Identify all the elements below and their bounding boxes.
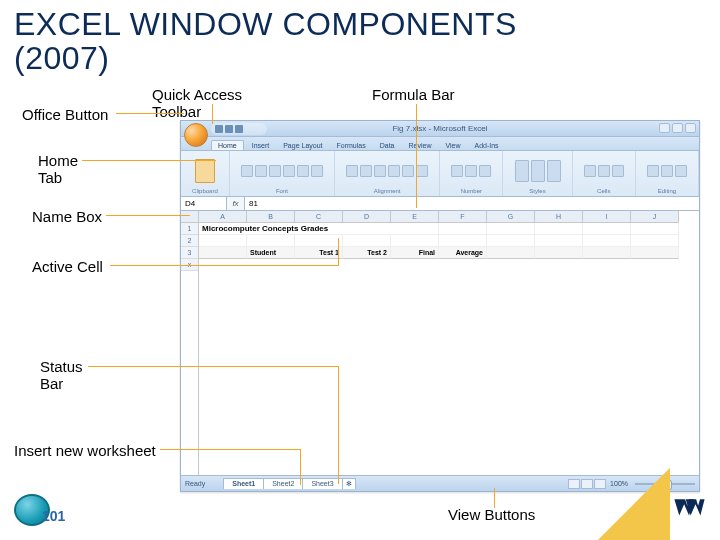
cell-icon[interactable] <box>584 165 596 177</box>
cell[interactable] <box>487 223 535 235</box>
tab-page-layout[interactable]: Page Layout <box>277 141 328 150</box>
tab-addins[interactable]: Add-Ins <box>469 141 505 150</box>
line-home-tab <box>82 160 216 161</box>
cell[interactable] <box>535 247 583 259</box>
minimize-button[interactable] <box>659 123 670 133</box>
style-icon[interactable] <box>547 160 561 182</box>
font-icon[interactable] <box>241 165 253 177</box>
cell[interactable] <box>583 235 631 247</box>
cell[interactable] <box>631 223 679 235</box>
cell[interactable] <box>583 223 631 235</box>
office-button[interactable] <box>184 123 208 147</box>
col-header-I[interactable]: I <box>583 211 631 223</box>
style-icon[interactable] <box>531 160 545 182</box>
quick-access-toolbar[interactable] <box>211 123 267 135</box>
qat-save-icon[interactable] <box>215 125 223 133</box>
row-header-3[interactable]: 3 <box>181 247 198 259</box>
cell[interactable] <box>487 235 535 247</box>
col-header-E[interactable]: E <box>391 211 439 223</box>
cell[interactable] <box>535 223 583 235</box>
name-box[interactable]: D4 <box>181 197 227 210</box>
edit-icon[interactable] <box>661 165 673 177</box>
align-icon[interactable] <box>374 165 386 177</box>
font-icon[interactable] <box>311 165 323 177</box>
col-header-F[interactable]: F <box>439 211 487 223</box>
cell[interactable] <box>583 247 631 259</box>
cell[interactable] <box>535 235 583 247</box>
line-formula-bar <box>416 104 417 208</box>
fx-icon[interactable]: fx <box>227 197 245 210</box>
font-icon[interactable] <box>269 165 281 177</box>
tab-view[interactable]: View <box>439 141 466 150</box>
font-icon[interactable] <box>297 165 309 177</box>
window-controls <box>659 123 696 133</box>
sheet-tab-3[interactable]: Sheet3 <box>302 478 342 489</box>
cell[interactable] <box>439 223 487 235</box>
align-icon[interactable] <box>402 165 414 177</box>
row-header-2[interactable]: 2 <box>181 235 198 247</box>
cell[interactable] <box>439 235 487 247</box>
cell[interactable] <box>247 235 295 247</box>
cell[interactable] <box>487 247 535 259</box>
grid[interactable]: ABCDEFGHIJ Microcomputer Concepts Grades… <box>199 211 699 475</box>
col-header-G[interactable]: G <box>487 211 535 223</box>
tab-review[interactable]: Review <box>403 141 438 150</box>
style-icon[interactable] <box>515 160 529 182</box>
table-row <box>199 235 699 247</box>
align-icon[interactable] <box>360 165 372 177</box>
edit-icon[interactable] <box>675 165 687 177</box>
col-header-A[interactable]: A <box>199 211 247 223</box>
row-header-1[interactable]: 1 <box>181 223 198 235</box>
cell-icon[interactable] <box>598 165 610 177</box>
zoom-slider[interactable] <box>635 483 695 485</box>
sheet-title[interactable]: Microcomputer Concepts Grades <box>199 223 439 235</box>
view-layout-button[interactable] <box>581 479 593 489</box>
cell-icon[interactable] <box>612 165 624 177</box>
qat-redo-icon[interactable] <box>235 125 243 133</box>
cell[interactable]: Student <box>247 247 295 259</box>
sheet-tab-1[interactable]: Sheet1 <box>223 478 264 489</box>
cell[interactable] <box>391 235 439 247</box>
num-icon[interactable] <box>479 165 491 177</box>
tab-formulas[interactable]: Formulas <box>331 141 372 150</box>
cell[interactable] <box>631 235 679 247</box>
cell[interactable]: Test 1 <box>295 247 343 259</box>
maximize-button[interactable] <box>672 123 683 133</box>
col-header-H[interactable]: H <box>535 211 583 223</box>
cell[interactable] <box>631 247 679 259</box>
formula-bar[interactable]: 81 <box>245 197 699 210</box>
ribbon: Clipboard Font Alignment Number Styles <box>181 151 699 197</box>
cell[interactable]: Final <box>391 247 439 259</box>
align-icon[interactable] <box>416 165 428 177</box>
cell[interactable] <box>199 235 247 247</box>
tab-home[interactable]: Home <box>211 140 244 150</box>
close-button[interactable] <box>685 123 696 133</box>
tab-insert[interactable]: Insert <box>246 141 276 150</box>
view-normal-button[interactable] <box>568 479 580 489</box>
paste-icon[interactable] <box>195 159 215 183</box>
cell[interactable]: Average <box>439 247 487 259</box>
col-header-J[interactable]: J <box>631 211 679 223</box>
cell[interactable] <box>343 235 391 247</box>
tab-data[interactable]: Data <box>374 141 401 150</box>
col-header-C[interactable]: C <box>295 211 343 223</box>
cell[interactable] <box>295 235 343 247</box>
num-icon[interactable] <box>465 165 477 177</box>
font-icon[interactable] <box>255 165 267 177</box>
col-header-B[interactable]: B <box>247 211 295 223</box>
font-icon[interactable] <box>283 165 295 177</box>
edit-icon[interactable] <box>647 165 659 177</box>
align-icon[interactable] <box>388 165 400 177</box>
view-break-button[interactable] <box>594 479 606 489</box>
insert-worksheet-button[interactable]: ✻ <box>342 478 356 489</box>
label-formula-bar: Formula Bar <box>372 86 455 103</box>
align-icon[interactable] <box>346 165 358 177</box>
qat-undo-icon[interactable] <box>225 125 233 133</box>
col-header-D[interactable]: D <box>343 211 391 223</box>
cell[interactable] <box>199 247 247 259</box>
zoom-level[interactable]: 100% <box>610 480 628 487</box>
select-all-corner[interactable] <box>181 211 198 223</box>
cell[interactable]: Test 2 <box>343 247 391 259</box>
sheet-tab-2[interactable]: Sheet2 <box>263 478 303 489</box>
num-icon[interactable] <box>451 165 463 177</box>
